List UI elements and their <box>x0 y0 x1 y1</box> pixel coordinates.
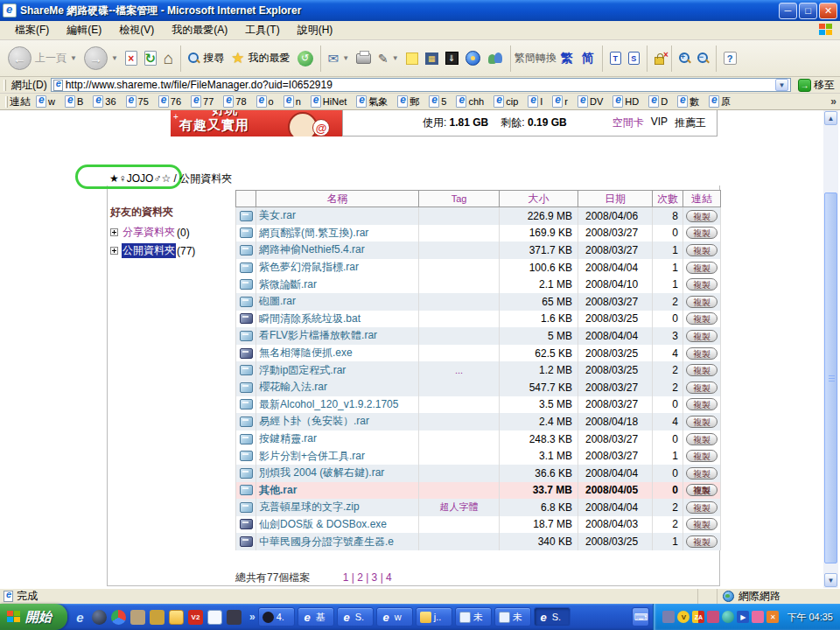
pink-tool-tray-icon[interactable] <box>752 611 764 623</box>
chrome-quicklaunch-icon[interactable] <box>111 610 126 625</box>
menu-item[interactable]: 我的最愛(A) <box>164 21 235 39</box>
copy-button[interactable]: 複製 <box>686 467 718 480</box>
start-button[interactable]: 開始 <box>0 604 67 630</box>
task-button[interactable]: e S. <box>534 607 570 626</box>
file-name-link[interactable]: 櫻花輸入法.rar <box>259 380 327 395</box>
media-player-tray-icon[interactable]: ▶ <box>737 611 749 623</box>
go-button[interactable]: → 移至 <box>794 78 838 93</box>
copy-button[interactable]: 複製 <box>686 278 718 290</box>
help-button[interactable]: ? <box>720 49 740 67</box>
menu-item[interactable]: 檢視(V) <box>111 21 162 39</box>
close-x-tray-icon[interactable]: ✕ <box>766 611 779 623</box>
menu-item[interactable]: 說明(H) <box>290 21 341 39</box>
header-date[interactable]: 日期 <box>578 191 653 206</box>
link-shortcut[interactable]: w <box>36 95 55 108</box>
link-shortcut[interactable]: 氣象 <box>356 95 388 108</box>
menu-item[interactable]: 編輯(E) <box>59 21 109 39</box>
mail-button[interactable]: ✉▼ <box>325 48 354 69</box>
back-dropdown-icon[interactable]: ▼ <box>70 54 77 62</box>
paint-tray-icon[interactable] <box>707 611 719 623</box>
monitor-tray-icon[interactable] <box>662 611 675 623</box>
copy-button[interactable]: 複製 <box>686 398 718 410</box>
copy-button[interactable]: 複製 <box>686 330 718 342</box>
task-button[interactable]: j.. <box>416 607 452 626</box>
file-name-link[interactable]: 克普頓星球的文字.zip <box>259 500 360 514</box>
back-button[interactable]: ← 上一頁 ▼ <box>4 44 80 73</box>
task-button[interactable]: e w <box>376 607 413 626</box>
menu-item[interactable]: 檔案(F) <box>7 21 57 39</box>
link-shortcut[interactable]: D <box>648 95 668 108</box>
dark-app-quicklaunch-icon[interactable] <box>227 610 242 625</box>
copy-button[interactable]: 複製 <box>686 210 718 222</box>
hand-quicklaunch-icon[interactable] <box>150 610 164 625</box>
download-manager-button[interactable]: ⇓ <box>442 49 462 67</box>
quicklaunch-overflow-chevron[interactable]: » <box>249 611 256 623</box>
file-name-link[interactable]: 瞬間清除系統垃圾.bat <box>259 312 360 326</box>
link-shortcut[interactable]: o <box>256 95 274 108</box>
media-button[interactable]: ▦ <box>422 50 442 67</box>
camera-quicklaunch-icon[interactable] <box>130 610 145 625</box>
task-button[interactable]: 未 <box>455 607 492 626</box>
file-name-link[interactable]: 網路神偷Nethief5.4.rar <box>259 242 365 257</box>
link-shortcut[interactable]: I <box>528 95 542 108</box>
favorites-button[interactable]: ★ 我的最愛 <box>228 46 293 70</box>
breadcrumb-user[interactable]: ★♀JOJO♂☆ <box>109 172 171 185</box>
file-name-link[interactable]: 網頁翻譯(簡.繁互換).rar <box>259 226 368 241</box>
link-shortcut[interactable]: DV <box>578 95 603 108</box>
messenger-button[interactable] <box>484 50 507 67</box>
copy-button[interactable]: 複製 <box>686 416 718 428</box>
file-name-link[interactable]: 中華民國身分證字號產生器.e <box>259 535 394 550</box>
copy-button[interactable]: 複製 <box>686 536 718 548</box>
edit-button[interactable]: ✎▼ <box>374 49 402 68</box>
links-overflow-chevron[interactable]: » <box>830 95 836 108</box>
copy-button[interactable]: 複製 <box>686 312 718 325</box>
breadcrumb-folder[interactable]: 公開資料夾 <box>179 172 232 185</box>
copy-button[interactable]: 複製 <box>686 364 718 376</box>
menu-item[interactable]: 工具(T) <box>237 21 287 39</box>
copy-button[interactable]: 複製 <box>686 296 718 308</box>
forward-button[interactable]: → ▼ <box>80 44 122 73</box>
link-shortcut[interactable]: cip <box>494 95 518 108</box>
copy-button[interactable]: 複製 <box>686 262 718 274</box>
file-name-link[interactable]: 美女.rar <box>259 208 296 223</box>
clipboard-t-button[interactable]: T <box>606 49 625 67</box>
link-shortcut[interactable]: 原 <box>709 95 731 108</box>
file-name-link[interactable]: 易經卜卦（免安裝）.rar <box>259 414 369 429</box>
zonealarm-tray-icon[interactable]: ZA <box>692 611 704 623</box>
forward-dropdown-icon[interactable]: ▼ <box>111 54 118 62</box>
file-name-link[interactable]: 紫微論斷.rar <box>259 277 317 292</box>
copy-button[interactable]: 複製 <box>686 244 718 256</box>
page-links[interactable]: 1 | 2 | 3 | 4 <box>343 571 392 584</box>
language-bar-button[interactable]: ⌨ <box>632 607 649 626</box>
header-name[interactable]: 名稱 <box>256 191 419 206</box>
to-simplified-button[interactable]: 简 <box>578 49 598 68</box>
file-name-link[interactable]: 砲圖.rar <box>259 294 296 309</box>
link-shortcut[interactable]: 75 <box>126 95 149 108</box>
link-shortcut[interactable]: 5 <box>429 95 446 108</box>
link-shortcut[interactable]: 77 <box>191 95 214 108</box>
folder-quicklaunch-icon[interactable] <box>169 610 184 625</box>
file-name-link[interactable]: 別煩我 2004 (破解右鍵).rar <box>259 466 384 480</box>
header-link[interactable]: 連結 <box>683 191 721 206</box>
scroll-down-arrow[interactable]: ▼ <box>824 573 837 587</box>
history-button[interactable]: ↺ <box>294 48 317 69</box>
stop-button[interactable]: × <box>122 48 141 68</box>
file-name-link[interactable]: 影片分割+合併工具.rar <box>259 449 365 464</box>
file-name-link[interactable]: 仙劍DOS版 & DOSBox.exe <box>259 517 387 532</box>
tree-folder-item[interactable]: 分享資料夾 (0) <box>110 225 233 240</box>
scroll-up-arrow[interactable]: ▲ <box>824 111 837 125</box>
copy-button[interactable]: 複製 <box>686 484 718 496</box>
file-name-link[interactable]: 其他.rar <box>259 483 297 498</box>
copy-button[interactable]: 複製 <box>686 518 718 530</box>
link-shortcut[interactable]: chh <box>456 95 484 108</box>
link-shortcut[interactable]: 郵 <box>397 95 419 108</box>
usage-link[interactable]: VIP <box>651 116 668 130</box>
globe-quicklaunch-icon[interactable] <box>92 610 107 625</box>
clipboard-s-button[interactable]: S <box>625 49 643 67</box>
print-button[interactable] <box>353 51 374 66</box>
link-shortcut[interactable]: 36 <box>93 95 116 108</box>
usage-link[interactable]: 推薦王 <box>675 116 706 130</box>
task-button[interactable]: 4. <box>258 607 295 626</box>
zoom-in-button[interactable]: + <box>676 50 694 66</box>
ad-banner[interactable]: 好玩 有趣又實用 + + @ <box>171 110 342 136</box>
